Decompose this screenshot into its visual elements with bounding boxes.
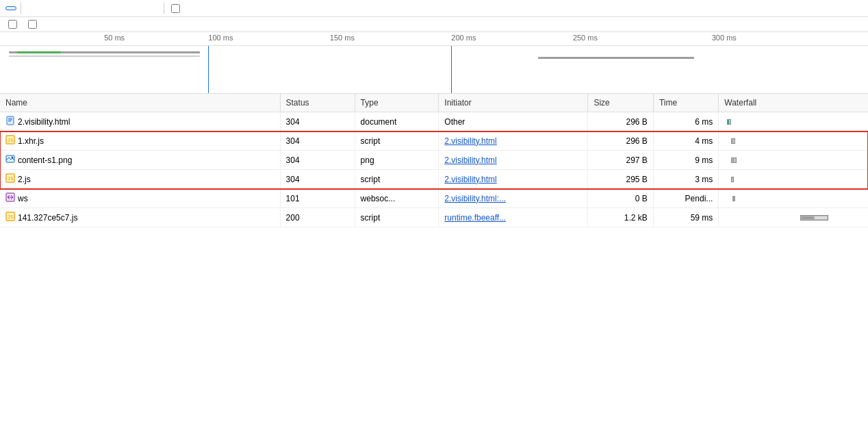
filter-fetch-xhr[interactable] <box>25 6 36 10</box>
table-header: Name Status Type Initiator Size Time Wat… <box>0 94 868 112</box>
tick-250ms: 250 ms <box>573 34 598 42</box>
cell-name[interactable]: JS 2.js <box>0 170 280 189</box>
cell-status: 304 <box>280 112 355 131</box>
cell-initiator[interactable]: 2.visibility.html <box>439 131 588 151</box>
cell-size: 0 B <box>588 189 653 208</box>
filter-media[interactable] <box>75 6 86 10</box>
cell-time: Pendi... <box>653 189 718 208</box>
initiator-link[interactable]: 2.visibility.html <box>444 155 496 165</box>
svg-text:JS: JS <box>8 138 13 143</box>
file-icon: JS <box>5 137 15 147</box>
col-header-name[interactable]: Name <box>0 94 280 112</box>
timeline-bars <box>0 46 868 94</box>
svg-text:JS: JS <box>8 214 13 220</box>
cell-time: 6 ms <box>653 112 718 131</box>
cell-initiator[interactable]: 2.visibility.html <box>439 151 588 170</box>
cell-status: 101 <box>280 189 355 208</box>
has-blocked-cookies-label[interactable] <box>171 4 183 13</box>
svg-text:JS: JS <box>8 176 13 181</box>
third-party-label[interactable] <box>28 20 40 29</box>
file-name: content-s1.png <box>18 155 72 165</box>
cell-size: 1.2 kB <box>588 208 653 227</box>
initiator-link[interactable]: 2.visibility.html <box>444 136 496 146</box>
file-icon: JS <box>5 214 15 223</box>
filter-divider2 <box>164 3 164 14</box>
table-row: JS 141.327ce5c7.js200scriptruntime.fbeea… <box>0 208 868 227</box>
table-row: JS 2.js304script2.visibility.html295 B3 … <box>0 170 868 189</box>
cell-time: 3 ms <box>653 170 718 189</box>
tick-200ms: 200 ms <box>451 34 476 42</box>
col-header-type[interactable]: Type <box>355 94 439 112</box>
cell-name[interactable]: JS 141.327ce5c7.js <box>0 208 280 227</box>
file-icon <box>5 118 15 127</box>
blocked-requests-label[interactable] <box>8 20 20 29</box>
file-name: 2.visibility.html <box>18 117 70 127</box>
cell-initiator[interactable]: runtime.fbeeaff... <box>439 208 588 227</box>
col-header-size[interactable]: Size <box>588 94 653 112</box>
file-name: 2.js <box>18 175 31 184</box>
tick-300ms: 300 ms <box>712 34 737 42</box>
table-body: 2.visibility.html304documentOther296 B6 … <box>0 112 868 227</box>
filter-divider <box>21 3 21 14</box>
tick-100ms: 100 ms <box>208 34 233 42</box>
cell-initiator[interactable]: 2.visibility.html:... <box>439 189 588 208</box>
cell-time: 9 ms <box>653 151 718 170</box>
filter-wasm[interactable] <box>124 6 135 10</box>
col-header-waterfall[interactable]: Waterfall <box>719 94 868 112</box>
third-party-checkbox[interactable] <box>28 20 37 29</box>
filter-doc[interactable] <box>99 6 110 10</box>
cell-type: document <box>355 112 439 131</box>
cell-name[interactable]: 2.visibility.html <box>0 112 280 131</box>
cell-type: script <box>355 170 439 189</box>
table-row: content-s1.png304png2.visibility.html297… <box>0 151 868 170</box>
cell-status: 304 <box>280 151 355 170</box>
net-bar-3 <box>9 55 200 57</box>
network-table-wrapper: Name Status Type Initiator Size Time Wat… <box>0 94 868 227</box>
cell-name[interactable]: content-s1.png <box>0 151 280 170</box>
cell-time: 4 ms <box>653 131 718 151</box>
col-header-status[interactable]: Status <box>280 94 355 112</box>
col-header-time[interactable]: Time <box>653 94 718 112</box>
file-icon: JS <box>5 175 15 185</box>
blue-vline <box>208 46 209 94</box>
table-row: 2.visibility.html304documentOther296 B6 … <box>0 112 868 131</box>
svg-point-11 <box>12 157 14 159</box>
cell-type: script <box>355 131 439 151</box>
filter-js[interactable] <box>38 6 49 10</box>
cell-waterfall <box>719 189 868 208</box>
filter-all[interactable] <box>5 6 16 10</box>
cell-initiator[interactable]: 2.visibility.html <box>439 170 588 189</box>
cell-type: png <box>355 151 439 170</box>
filter-font[interactable] <box>87 6 98 10</box>
cell-waterfall <box>719 151 868 170</box>
file-icon <box>5 195 15 204</box>
cell-name[interactable]: JS 1.xhr.js <box>0 131 280 151</box>
initiator-link[interactable]: 2.visibility.html:... <box>444 194 506 203</box>
initiator-link[interactable]: 2.visibility.html <box>444 175 496 184</box>
cell-status: 200 <box>280 208 355 227</box>
cell-size: 295 B <box>588 170 653 189</box>
cell-waterfall <box>719 131 868 151</box>
net-bar-4 <box>538 57 694 59</box>
file-icon <box>5 156 15 166</box>
cell-waterfall <box>719 112 868 131</box>
tick-50ms: 50 ms <box>104 34 125 42</box>
filter-img[interactable] <box>62 6 73 10</box>
cell-type: websoc... <box>355 189 439 208</box>
filter-manifest[interactable] <box>136 6 147 10</box>
filter-css[interactable] <box>50 6 61 10</box>
cell-waterfall <box>719 208 868 227</box>
has-blocked-cookies-checkbox[interactable] <box>171 4 180 13</box>
blocked-requests-checkbox[interactable] <box>8 20 17 29</box>
table-row: ws101websoc...2.visibility.html:...0 BPe… <box>0 189 868 208</box>
filter-other[interactable] <box>149 6 159 10</box>
cell-type: script <box>355 208 439 227</box>
timeline: 50 ms 100 ms 150 ms 200 ms 250 ms 300 ms <box>0 32 868 94</box>
initiator-link[interactable]: runtime.fbeeaff... <box>444 213 506 223</box>
cell-name[interactable]: ws <box>0 189 280 208</box>
filter-ws[interactable] <box>112 6 123 10</box>
svg-rect-0 <box>7 116 14 125</box>
cell-waterfall <box>719 170 868 189</box>
col-header-initiator[interactable]: Initiator <box>439 94 588 112</box>
network-table: Name Status Type Initiator Size Time Wat… <box>0 94 868 227</box>
